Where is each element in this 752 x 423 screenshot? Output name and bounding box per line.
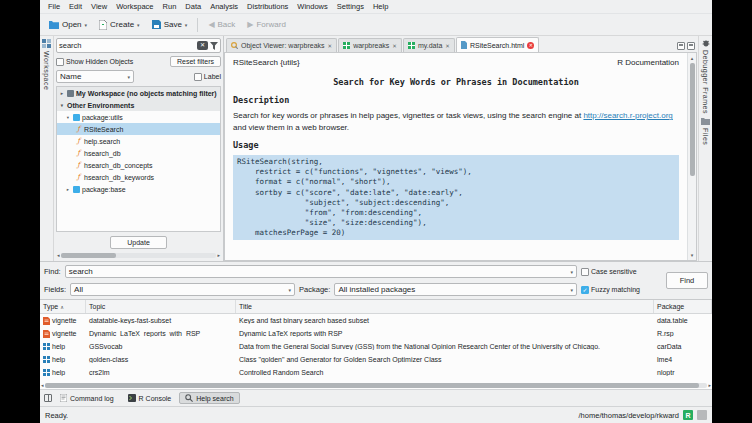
fields-combobox[interactable]: All ▾ [70,283,295,296]
scroll-down-icon[interactable]: ▾ [691,251,694,259]
menu-analysis[interactable]: Analysis [206,1,242,12]
scroll-right-icon[interactable]: ▸ [708,381,711,389]
fields-value: All [74,285,83,294]
close-tab-icon[interactable]: ✕ [527,42,534,49]
search-r-project-link[interactable]: http://search.r-project.org [583,111,672,120]
workspace-search-input[interactable]: search ✕ [56,38,221,53]
scrollbar-thumb[interactable] [45,383,700,388]
document-vertical-scrollbar[interactable]: ▴ ▾ [687,53,696,260]
expand-icon[interactable]: ▸ [59,91,65,96]
show-hidden-checkbox-box[interactable] [56,58,64,66]
menu-run[interactable]: Run [159,1,181,12]
window-list-icon[interactable] [687,42,695,50]
scrollbar-groove[interactable] [45,383,708,388]
tree-item-rsitesearch[interactable]: ƒ RSiteSearch [57,123,220,135]
menu-help[interactable]: Help [369,1,392,12]
result-row[interactable]: vignette datatable-keys-fast-subset Keys… [40,314,712,327]
case-sensitive-checkbox[interactable]: Case sensitive [581,268,661,276]
dock-layout-icon[interactable] [44,394,52,402]
find-row: Find: search ▾ Case sensitive [44,264,661,279]
filter-funnel-icon[interactable] [210,42,218,50]
scroll-left-icon[interactable]: ◂ [57,251,60,259]
save-dropdown-arrow-icon[interactable]: ▾ [185,22,188,28]
scrollbar-thumb[interactable] [61,253,116,258]
save-icon [152,20,161,29]
workspace-dock-tab[interactable]: Workspace [43,51,50,90]
expand-icon[interactable]: ▸ [65,187,71,192]
menu-distributions[interactable]: Distributions [243,1,292,12]
filter-field-combobox[interactable]: Name ▾ [56,70,134,83]
fuzzy-matching-checkbox[interactable]: ✓ Fuzzy matching [581,286,661,294]
tab-help-search[interactable]: Help search [179,392,239,404]
scroll-left-icon[interactable]: ◂ [41,381,44,389]
tree-item-package-base[interactable]: ▸ package:base [57,183,220,195]
open-dropdown-arrow-icon[interactable]: ▾ [85,22,88,28]
create-dropdown-arrow-icon[interactable]: ▾ [137,22,140,28]
update-button[interactable]: Update [110,236,167,249]
collapse-icon[interactable]: ▾ [65,115,71,120]
menu-view[interactable]: View [87,1,111,12]
column-header-package[interactable]: Package [654,300,712,313]
case-sensitive-box[interactable] [581,268,589,276]
menu-data[interactable]: Data [181,1,205,12]
find-term-combobox[interactable]: search ▾ [65,265,577,278]
menu-edit[interactable]: Edit [65,1,86,12]
open-button-label: Open [62,20,82,29]
label-checkbox-box[interactable] [194,73,202,81]
close-tab-icon[interactable]: ✕ [392,43,397,49]
menu-settings[interactable]: Settings [333,1,368,12]
tab-command-log[interactable]: Command log [54,392,120,404]
result-row[interactable]: help crs2lm Controlled Random Search nlo… [40,366,712,379]
tree-item-help-search[interactable]: ƒ help.search [57,135,220,147]
save-button[interactable]: Save ▾ [147,18,193,31]
reset-filters-button[interactable]: Reset filters [170,56,221,67]
forward-button[interactable]: ▶ Forward [242,18,291,31]
detach-window-icon[interactable] [677,42,685,50]
tree-item-my-workspace[interactable]: ▸ My Workspace (no objects matching filt… [57,87,220,99]
close-tab-icon[interactable]: ✕ [445,43,450,49]
label-checkbox[interactable]: Label [194,73,221,81]
tree-item-hsearch-db[interactable]: ƒ hsearch_db [57,147,220,159]
workspace-horizontal-scrollbar[interactable]: ◂ ▸ [56,251,221,259]
result-row[interactable]: help golden-class Class "golden" and Gen… [40,353,712,366]
help-document-content: RSiteSearch {utils} R Documentation Sear… [225,53,687,260]
tab-r-console[interactable]: R Console [122,392,178,404]
debugger-frames-dock-tab[interactable]: Debugger Frames [702,50,709,114]
column-header-title[interactable]: Title [236,300,654,313]
column-header-type[interactable]: Type ∧ [40,300,86,313]
tree-item-other-environments[interactable]: ▾ Other Environments [57,99,220,111]
column-header-topic[interactable]: Topic [86,300,236,313]
result-row[interactable]: help GSSvocab Data from the General Soci… [40,340,712,353]
results-horizontal-scrollbar[interactable]: ◂ ▸ [40,381,712,389]
create-button[interactable]: Create ▾ [94,18,145,32]
collapse-icon[interactable]: ▾ [59,103,65,108]
tree-item-hsearch-db-concepts[interactable]: ƒ hsearch_db_concepts [57,159,220,171]
menu-windows[interactable]: Windows [293,1,331,12]
show-hidden-objects-checkbox[interactable]: Show Hidden Objects [56,58,133,66]
tab-object-viewer-warpbreaks[interactable]: Object Viewer: warpbreaks ✕ [226,38,337,52]
menu-workspace[interactable]: Workspace [112,1,157,12]
r-engine-status-indicator[interactable]: R [683,410,693,420]
open-button[interactable]: Open ▾ [44,18,92,31]
scrollbar-groove[interactable] [61,253,217,258]
working-directory[interactable]: /home/thomas/develop/rkward [579,411,679,420]
scroll-up-icon[interactable]: ▴ [691,54,694,62]
back-button[interactable]: ◀ Back [203,18,240,31]
tab-my-data[interactable]: my.data ✕ [403,38,455,52]
find-button[interactable]: Find [666,272,708,289]
function-icon: ƒ [75,149,82,157]
scroll-right-icon[interactable]: ▸ [217,251,220,259]
scrollbar-thumb[interactable] [690,63,695,176]
clear-search-icon[interactable]: ✕ [197,41,208,50]
result-row[interactable]: vignette Dynamic_LaTeX_reports_with_RSP … [40,327,712,340]
close-tab-icon[interactable]: ✕ [328,43,333,49]
tab-warpbreaks[interactable]: warpbreaks ✕ [338,38,402,52]
tree-item-label: My Workspace (no objects matching filter… [76,90,217,97]
menu-file[interactable]: File [44,1,64,12]
fuzzy-matching-box[interactable]: ✓ [581,286,589,294]
package-combobox[interactable]: All installed packages ▾ [334,283,577,296]
tree-item-hsearch-db-keywords[interactable]: ƒ hsearch_db_keywords [57,171,220,183]
tree-item-package-utils[interactable]: ▾ package:utils [57,111,220,123]
files-dock-tab[interactable]: Files [702,128,709,145]
tab-rsitesearch-html[interactable]: RSiteSearch.html ✕ [456,37,539,52]
